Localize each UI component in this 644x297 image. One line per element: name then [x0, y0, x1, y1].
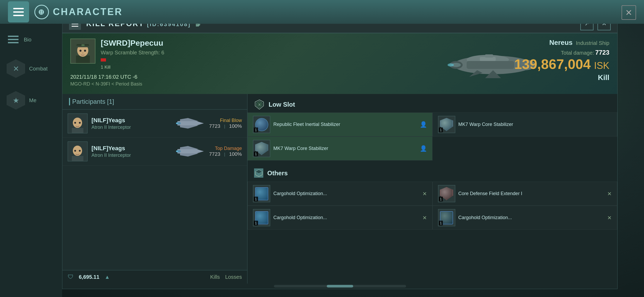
low-slot-title: Low Slot	[269, 101, 295, 108]
participants-title: Participants [1]	[69, 98, 241, 105]
svg-point-35	[74, 150, 76, 152]
panel-bar-3	[72, 26, 78, 27]
shield-value: 6,695.11	[79, 274, 99, 280]
cargohold-opt-name-3: Cargohold Optimization...	[458, 215, 604, 220]
others-close-1[interactable]: ✕	[422, 191, 427, 197]
item-qty-2: 1	[439, 128, 443, 132]
others-qty-3: 1	[254, 221, 258, 225]
kill-datetime: 2021/11/18 17:16:02 UTC -6	[70, 74, 187, 80]
svg-rect-10	[480, 57, 496, 61]
svg-rect-19	[81, 44, 84, 46]
hamburger-bar-2	[13, 11, 24, 13]
low-slot-section: ⚔ Low Slot 1 Republic Fleet Inertial S	[247, 94, 617, 163]
others-item-4: 1 Cargohold Optimization... ✕	[433, 206, 618, 230]
warp-core-stabilizer-name-1: MK7 Warp Core Stabilizer	[458, 122, 612, 127]
cube-icon	[254, 168, 263, 178]
svg-rect-1	[8, 39, 19, 40]
person-icon-3: 👤	[420, 145, 427, 152]
arrow-up-icon: ▲	[105, 274, 110, 280]
svg-point-21	[84, 50, 86, 52]
participant-ship-2: Atron II Interceptor	[91, 153, 172, 158]
low-slot-grid: 1 Republic Fleet Inertial Stabilizer 👤 1…	[247, 112, 617, 161]
total-damage-row: Total damage: 7723	[514, 49, 609, 56]
svg-point-22	[82, 52, 84, 54]
cargohold-opt-icon-2: 1	[253, 209, 270, 226]
final-blow-label: Final Blow	[209, 118, 242, 123]
scrollbar-container	[62, 284, 617, 289]
others-item-2: 1 Core Defense Field Extender I ✕	[433, 182, 618, 206]
participant-avatar-2	[68, 142, 88, 161]
low-slot-header: ⚔ Low Slot	[247, 97, 617, 112]
svg-point-20	[80, 50, 82, 52]
isk-value: 139,867,004	[514, 56, 591, 72]
ship-name: Nereus	[549, 39, 573, 46]
scrollbar-track[interactable]	[274, 285, 406, 287]
svg-point-25	[74, 122, 76, 124]
item-qty-1: 1	[254, 128, 258, 132]
svg-text:⚔: ⚔	[258, 103, 261, 106]
participant-ship-image-1	[176, 114, 205, 133]
top-bar: ⊕ CHARACTER ✕	[0, 0, 644, 24]
others-section: Others 1 Cargohold Optimization... ✕	[247, 164, 617, 230]
svg-point-36	[79, 150, 81, 152]
participants-panel: Participants [1]	[62, 94, 247, 284]
others-item-3: 1 Cargohold Optimization... ✕	[247, 206, 433, 230]
svg-marker-40	[180, 153, 199, 157]
others-close-2[interactable]: ✕	[607, 191, 612, 197]
cargohold-opt-name-1: Cargohold Optimization...	[273, 191, 419, 196]
sidebar-item-me[interactable]: ★ Me	[0, 87, 62, 114]
ship-type: Industrial Ship	[576, 40, 609, 46]
top-close-button[interactable]: ✕	[622, 5, 636, 20]
low-slot-icon: ⚔	[254, 99, 265, 110]
left-sidebar: Bio ✕ Combat ★ Me	[0, 24, 62, 297]
inertial-stabilizer-name: Republic Fleet Inertial Stabilizer	[273, 122, 417, 127]
victim-avatar	[70, 39, 95, 64]
svg-rect-11	[485, 54, 493, 58]
others-item-1: 1 Cargohold Optimization... ✕	[247, 182, 433, 206]
participant-avatar-1	[68, 114, 88, 133]
svg-point-26	[79, 122, 81, 124]
hamburger-bar-1	[13, 8, 24, 9]
participant-info-1: [NILF]Yeags Atron II Interceptor	[91, 117, 172, 130]
participant-damage-1: 7723 | 100%	[209, 123, 242, 129]
sidebar-swords-icon: ✕	[7, 59, 25, 78]
sidebar-bio-label: Bio	[24, 37, 31, 43]
svg-rect-37	[72, 156, 84, 161]
others-close-4[interactable]: ✕	[607, 215, 612, 221]
svg-rect-2	[8, 42, 19, 43]
kill-result-label: Kill	[514, 73, 609, 82]
warp-core-stabilizer-icon-1: 1	[438, 116, 455, 133]
equipment-panel: ⚔ Low Slot 1 Republic Fleet Inertial S	[247, 94, 617, 284]
person-icon-1: 👤	[420, 121, 427, 128]
participant-item-2: [NILF]Yeags Atron II Interceptor	[62, 138, 247, 166]
cargohold-opt-icon-1: 1	[253, 185, 270, 202]
others-qty-1: 1	[254, 197, 258, 201]
others-close-3[interactable]: ✕	[422, 215, 427, 221]
cargohold-opt-name-2: Cargohold Optimization...	[273, 215, 419, 220]
bottom-stats-row: 🛡 6,695.11 ▲ Kills Losses	[62, 270, 247, 284]
core-defense-name: Core Defense Field Extender I	[458, 191, 604, 196]
victim-header: [SWRD]Pepecuu Warp Scramble Strength: 6 …	[70, 39, 187, 70]
hamburger-bar-3	[13, 15, 24, 16]
others-qty-2: 1	[439, 197, 443, 201]
participant-info-2: [NILF]Yeags Atron II Interceptor	[91, 145, 172, 158]
victim-name: [SWRD]Pepecuu	[101, 39, 187, 48]
hamburger-menu-button[interactable]	[8, 1, 29, 22]
sidebar-item-combat[interactable]: ✕ Combat	[0, 55, 62, 82]
participants-list: [NILF]Yeags Atron II Interceptor	[62, 110, 247, 270]
svg-rect-27	[72, 128, 84, 133]
victim-warp-scramble: Warp Scramble Strength: 6	[101, 50, 187, 56]
low-slot-item-2: 1 MK7 Warp Core Stabilizer	[433, 112, 618, 136]
sidebar-lines-icon	[7, 33, 20, 46]
isk-label: ISK	[594, 60, 609, 71]
ship-info: Nereus Industrial Ship	[514, 39, 609, 47]
kill-report-bottom-section: Participants [1]	[62, 94, 617, 284]
isk-row: 139,867,004 ISK	[514, 56, 609, 72]
participant-damage-2: 7723 | 100%	[209, 151, 242, 157]
kill-report-panel: KILL REPORT [ID:6394108] 🗐 ↗ ✕	[62, 15, 618, 289]
sidebar-item-bio[interactable]: Bio	[0, 29, 62, 50]
svg-marker-30	[180, 125, 199, 129]
victim-section: [SWRD]Pepecuu Warp Scramble Strength: 6 …	[62, 33, 195, 94]
total-damage-value: 7723	[595, 49, 609, 56]
scrollbar-thumb[interactable]	[327, 285, 353, 287]
